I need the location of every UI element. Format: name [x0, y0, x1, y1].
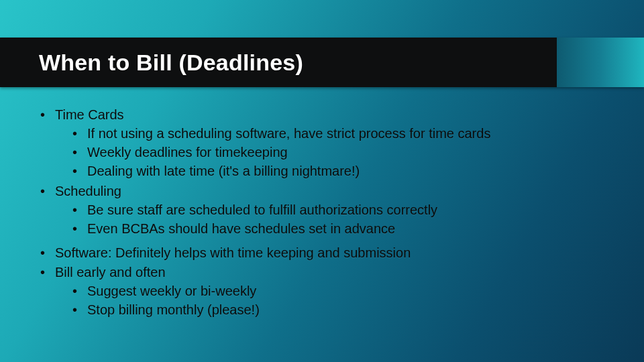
- bullet-text: Bill early and often: [55, 265, 166, 280]
- slide-body: Time Cards If not using a scheduling sof…: [39, 106, 617, 321]
- slide: When to Bill (Deadlines) Time Cards If n…: [0, 0, 644, 362]
- list-item: Suggest weekly or bi-weekly: [72, 282, 617, 300]
- slide-title: When to Bill (Deadlines): [39, 50, 303, 76]
- sub-list: Suggest weekly or bi-weekly Stop billing…: [55, 282, 617, 319]
- list-item: If not using a scheduling software, have…: [72, 125, 617, 143]
- list-item: Weekly deadlines for timekeeping: [72, 143, 617, 162]
- bullet-text: Even BCBAs should have schedules set in …: [87, 221, 395, 236]
- list-item: Even BCBAs should have schedules set in …: [72, 220, 617, 238]
- list-item: Software: Definitely helps with time kee…: [39, 244, 617, 262]
- list-item: Time Cards If not using a scheduling sof…: [39, 106, 617, 180]
- list-item: Scheduling Be sure staff are scheduled t…: [39, 182, 617, 238]
- list-item: Be sure staff are scheduled to fulfill a…: [72, 201, 617, 219]
- bullet-list: Time Cards If not using a scheduling sof…: [39, 106, 617, 319]
- bullet-text: Time Cards: [55, 107, 124, 122]
- list-item: Bill early and often Suggest weekly or b…: [39, 263, 617, 319]
- list-item: Stop billing monthly (please!): [72, 301, 617, 319]
- bullet-text: Stop billing monthly (please!): [87, 302, 260, 317]
- bullet-text: Software: Definitely helps with time kee…: [55, 245, 411, 260]
- bullet-text: Dealing with late time (it's a billing n…: [87, 164, 360, 178]
- title-accent: [557, 38, 644, 87]
- bullet-text: If not using a scheduling software, have…: [87, 126, 490, 141]
- bullet-text: Be sure staff are scheduled to fulfill a…: [87, 202, 437, 217]
- bullet-text: Suggest weekly or bi-weekly: [87, 284, 256, 298]
- list-item: Dealing with late time (it's a billing n…: [72, 162, 617, 180]
- sub-list: If not using a scheduling software, have…: [55, 125, 617, 180]
- bullet-text: Scheduling: [55, 184, 121, 198]
- title-bar: When to Bill (Deadlines): [0, 38, 644, 87]
- sub-list: Be sure staff are scheduled to fulfill a…: [55, 201, 617, 238]
- bullet-text: Weekly deadlines for timekeeping: [87, 145, 288, 160]
